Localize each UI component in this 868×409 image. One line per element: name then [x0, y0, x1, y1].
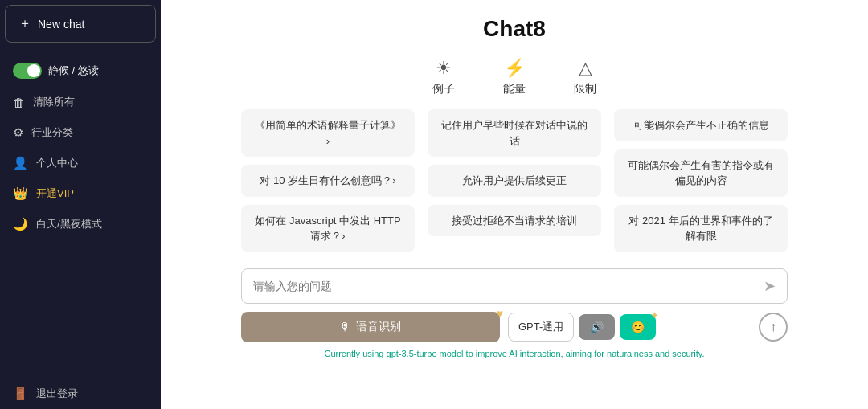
sidebar-item-vip[interactable]: 👑 开通VIP: [0, 178, 161, 209]
limits-card-3[interactable]: 对 2021 年后的世界和事件的了解有限: [614, 205, 788, 252]
gpt-label: GPT-通用: [518, 321, 563, 333]
energy-col: 记住用户早些时候在对话中说的话 允许用户提供后续更正 接受过拒绝不当请求的培训: [428, 109, 601, 252]
feature-examples: ☀ 例子: [432, 58, 455, 96]
examples-label: 例子: [432, 82, 455, 96]
energy-label: 能量: [503, 82, 526, 96]
examples-col: 《用简单的术语解释量子计算》 › 对 10 岁生日有什么创意吗？› 如何在 Ja…: [241, 109, 415, 252]
arrow-up-icon: ↑: [770, 320, 776, 334]
sidebar-item-logout[interactable]: 🚪 退出登录: [0, 378, 161, 409]
star-badge: ✦: [650, 309, 659, 321]
triangle-icon: △: [579, 58, 592, 79]
sidebar: ＋ New chat 静候 / 悠读 🗑 清除所有 ⚙ 行业分类 👤 个人中心 …: [0, 0, 161, 409]
sun-icon: ☀: [436, 58, 452, 79]
sidebar-divider: [0, 51, 161, 51]
toggle-knob: [27, 64, 40, 77]
industry-label: 行业分类: [31, 125, 73, 140]
avatar-button[interactable]: 😊 ✦: [620, 314, 656, 340]
scroll-top-button[interactable]: ↑: [759, 313, 788, 342]
sidebar-spacer: [0, 239, 161, 378]
voice-label: 语音识别: [356, 320, 401, 334]
gpt-select-button[interactable]: GPT-通用: [508, 313, 574, 342]
new-chat-button[interactable]: ＋ New chat: [5, 5, 156, 43]
example-card-3[interactable]: 如何在 Javascript 中发出 HTTP 请求？›: [241, 205, 415, 252]
send-icon[interactable]: ➤: [764, 277, 776, 295]
lightning-icon: ⚡: [504, 58, 526, 79]
example-card-2[interactable]: 对 10 岁生日有什么创意吗？›: [241, 165, 415, 197]
feature-energy: ⚡ 能量: [503, 58, 526, 96]
features-row: ☀ 例子 ⚡ 能量 △ 限制: [432, 58, 596, 96]
main-content: Chat8 ☀ 例子 ⚡ 能量 △ 限制 《用简单的术语解释量子计算》 › 对 …: [161, 0, 868, 409]
person-icon: 👤: [13, 156, 28, 170]
mic-icon: 🎙: [340, 321, 351, 333]
speaker-button[interactable]: 🔊: [579, 314, 615, 340]
trash-icon: 🗑: [13, 96, 25, 109]
limits-label: 限制: [574, 82, 596, 96]
limits-card-1[interactable]: 可能偶尔会产生不正确的信息: [614, 109, 788, 141]
logout-label: 退出登录: [36, 387, 78, 401]
cards-grid: 《用简单的术语解释量子计算》 › 对 10 岁生日有什么创意吗？› 如何在 Ja…: [241, 109, 788, 252]
plus-icon: ＋: [18, 15, 31, 32]
crown-icon: 👑: [13, 186, 28, 201]
heart-badge: ♥: [497, 307, 503, 320]
sidebar-item-industry[interactable]: ⚙ 行业分类: [0, 117, 161, 148]
avatar-icon: 😊: [631, 321, 645, 333]
footer-note: Currently using gpt-3.5-turbo model to i…: [241, 349, 788, 358]
bottom-bar: 🎙 语音识别 ♥ GPT-通用 🔊 😊 ✦ ↑: [241, 312, 788, 342]
example-card-1[interactable]: 《用简单的术语解释量子计算》 ›: [241, 109, 415, 157]
mode-toggle[interactable]: [13, 63, 42, 79]
energy-card-2[interactable]: 允许用户提供后续更正: [428, 165, 601, 197]
gear-icon: ⚙: [13, 125, 23, 140]
personal-label: 个人中心: [36, 156, 78, 170]
clear-all-label: 清除所有: [33, 95, 75, 109]
sidebar-item-clear-all[interactable]: 🗑 清除所有: [0, 87, 161, 117]
vip-label: 开通VIP: [36, 186, 74, 201]
limits-col: 可能偶尔会产生不正确的信息 可能偶尔会产生有害的指令或有偏见的内容 对 2021…: [614, 109, 788, 252]
chat-input[interactable]: [253, 280, 764, 292]
input-section: ➤ 🎙 语音识别 ♥ GPT-通用 🔊 😊 ✦ ↑: [241, 268, 788, 358]
new-chat-label: New chat: [38, 18, 84, 31]
sidebar-item-night-mode[interactable]: 🌙 白天/黑夜模式: [0, 209, 161, 239]
sidebar-item-personal[interactable]: 👤 个人中心: [0, 148, 161, 178]
gpt-select-group: GPT-通用 🔊 😊 ✦: [508, 313, 751, 342]
toggle-row: 静候 / 悠读: [0, 55, 161, 87]
energy-card-3[interactable]: 接受过拒绝不当请求的培训: [428, 205, 601, 237]
night-mode-label: 白天/黑夜模式: [36, 217, 102, 231]
logout-icon: 🚪: [13, 387, 28, 401]
speaker-icon: 🔊: [590, 321, 604, 333]
page-title: Chat8: [483, 16, 546, 42]
energy-card-1[interactable]: 记住用户早些时候在对话中说的话: [428, 109, 601, 157]
voice-button[interactable]: 🎙 语音识别 ♥: [241, 312, 500, 342]
toggle-label: 静候 / 悠读: [48, 63, 99, 78]
moon-icon: 🌙: [13, 217, 28, 231]
feature-limits: △ 限制: [574, 58, 596, 96]
input-wrapper: ➤: [241, 268, 788, 304]
limits-card-2[interactable]: 可能偶尔会产生有害的指令或有偏见的内容: [614, 149, 788, 197]
